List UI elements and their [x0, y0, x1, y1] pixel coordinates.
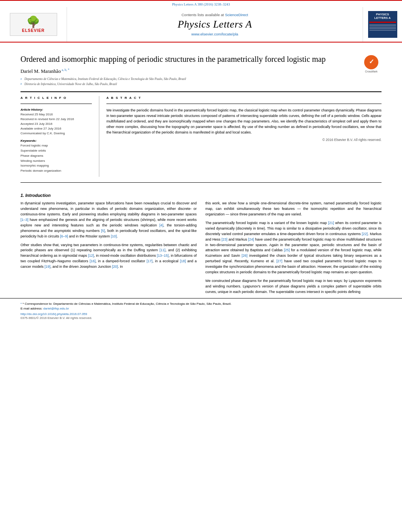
journal-name: Physics Letters A	[178, 19, 252, 30]
keywords-group: Keywords: Forced logistic map Superstabl…	[20, 139, 92, 174]
keyword-3: Phase diagrams	[20, 154, 92, 159]
journal-thumbnail-area: PHYSICS LETTERS A	[363, 7, 402, 42]
keyword-2: Superstable orbits	[20, 148, 92, 154]
doi-line[interactable]: http://dx.doi.org/10.1016/j.physleta.201…	[20, 312, 382, 316]
body-col2-para2: The parametrically forced logistic map i…	[205, 221, 382, 275]
affiliation-a: a Departamento de Ciências e Matemática,…	[20, 77, 382, 82]
author-superscript: a, b, *	[61, 68, 69, 72]
abstract-text: We investigate the periodic domains foun…	[106, 108, 382, 135]
crossmark-label: CrossMark	[365, 70, 377, 73]
keyword-5: Isomorphic mapping	[20, 163, 92, 169]
article-title-area: Ordered and isomorphic mapping of period…	[0, 43, 402, 183]
keywords-title: Keywords:	[20, 139, 92, 143]
publisher-logo-area: 🌳 ELSEVIER	[0, 7, 67, 42]
article-history: Article History: Received 25 May 2016 Re…	[20, 108, 92, 136]
info-divider	[20, 104, 92, 104]
communicated-by: Communicated by C.K. Doering	[20, 131, 92, 136]
page: Physics Letters A 380 (2016) 3238–3243 🌳…	[0, 0, 402, 532]
received-date: Received 25 May 2016	[20, 112, 92, 117]
body-two-columns: In dynamical systems investigation, para…	[20, 201, 382, 298]
body-column-1: In dynamical systems investigation, para…	[20, 201, 197, 298]
history-title: Article History:	[20, 108, 92, 111]
journal-thumbnail: PHYSICS LETTERS A	[368, 11, 397, 38]
footnote-area: * * Correspondence to: Departamento de C…	[0, 298, 402, 320]
footnote-email: E-mail address: dariel@ifsp.edu.br	[20, 306, 382, 311]
abstract-divider	[106, 104, 382, 104]
elsevier-tree-icon: 🌳	[26, 17, 40, 28]
body-col1-para2: Other studies show that, varying two par…	[20, 243, 197, 270]
body-section: 1. Introduction In dynamical systems inv…	[0, 187, 402, 298]
received-revised-date: Received in revised form 22 July 2016	[20, 117, 92, 122]
issn-line: 0375-9601/© 2016 Elsevier B.V. All right…	[20, 316, 382, 320]
article-info-label: A R T I C L E I N F O	[20, 96, 92, 100]
body-col2-para3: We constructed phase diagrams for the pa…	[205, 278, 382, 295]
divider-bottom-header	[20, 182, 382, 183]
accepted-date: Accepted 23 July 2016	[20, 122, 92, 126]
body-col2-para1: this work, we show how a simple one-dime…	[205, 201, 382, 217]
thumb-lines	[369, 24, 396, 31]
info-abstract-columns: A R T I C L E I N F O Article History: R…	[20, 96, 382, 177]
email-link[interactable]: dariel@ifsp.edu.br	[43, 307, 69, 310]
thumb-title: PHYSICS LETTERS A	[369, 13, 396, 20]
affiliation-b: b Diretoria de Informática, Universidade…	[20, 82, 382, 87]
keyword-1: Forced logistic map	[20, 143, 92, 148]
article-info-column: A R T I C L E I N F O Article History: R…	[20, 96, 99, 177]
thumb-stripe	[369, 22, 396, 23]
body-column-2: this work, we show how a simple one-dime…	[205, 201, 382, 298]
article-title: Ordered and isomorphic mapping of period…	[20, 54, 382, 64]
elsevier-logo: 🌳 ELSEVIER	[10, 13, 57, 36]
elsevier-name: ELSEVIER	[22, 28, 45, 33]
elsevier-logo-box: 🌳 ELSEVIER	[10, 13, 57, 36]
footnote-correspondence: * * Correspondence to: Departamento de C…	[20, 302, 382, 306]
affiliations: a Departamento de Ciências e Matemática,…	[20, 77, 382, 87]
journal-url[interactable]: www.elsevier.com/locate/pla	[192, 32, 238, 36]
crossmark-icon: ✓	[364, 55, 378, 69]
journal-header: 🌳 ELSEVIER Contents lists available at S…	[0, 7, 402, 43]
keyword-4: Winding numbers	[20, 159, 92, 164]
article-authors: Dariel M. Maranhão a, b, *	[20, 68, 382, 74]
section1-heading: 1. Introduction	[20, 193, 382, 198]
divider-top	[20, 91, 382, 92]
available-online-date: Available online 27 July 2016	[20, 126, 92, 131]
journal-reference: Physics Letters A 380 (2016) 3238–3243	[172, 2, 230, 6]
contents-available-line: Contents lists available at ScienceDirec…	[182, 13, 248, 17]
keyword-6: Periodic domain organization	[20, 169, 92, 174]
copyright-line: © 2016 Elsevier B.V. All rights reserved…	[106, 138, 382, 142]
sciencedirect-link[interactable]: ScienceDirect	[225, 13, 248, 17]
crossmark-badge[interactable]: ✓ CrossMark	[361, 54, 382, 74]
abstract-label: A B S T R A C T	[106, 96, 382, 100]
abstract-column: A B S T R A C T We investigate the perio…	[99, 96, 382, 177]
body-col1-para1: In dynamical systems investigation, para…	[20, 201, 197, 239]
top-bar: Physics Letters A 380 (2016) 3238–3243	[0, 0, 402, 7]
journal-title-area: Contents lists available at ScienceDirec…	[67, 7, 363, 42]
